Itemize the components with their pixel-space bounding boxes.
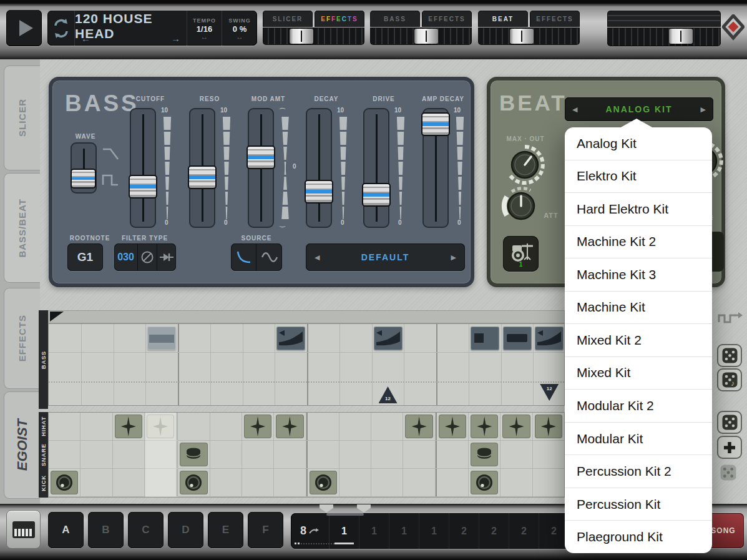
drum-cell[interactable] [403,441,435,468]
bass-note-step-15[interactable] [503,327,532,350]
drum-hit-kick[interactable] [471,471,498,494]
slider-track-drive[interactable] [363,108,389,228]
drum-cell[interactable] [210,413,242,440]
drum-hit-hihat[interactable] [502,415,530,438]
wave-slider-track[interactable] [71,142,97,194]
kit-menu-item[interactable]: Machine Kit 2 [565,225,712,258]
drum-cell[interactable] [113,469,145,496]
pattern-button-e[interactable]: E [208,512,243,548]
kit-menu-item[interactable]: Mixed Kit 2 [565,323,712,356]
rootnote-button[interactable]: G1 [67,243,103,271]
drum-cell[interactable] [403,469,435,496]
kit-menu-item[interactable]: Percussion Kit [565,488,712,521]
drum-hit-kick[interactable] [310,471,337,494]
drum-hit-snare[interactable] [471,443,498,466]
loop-start-handle[interactable] [320,504,333,513]
drum-cell[interactable] [533,441,564,468]
kit-menu-item[interactable]: Analog Kit [565,127,712,160]
bass-step-grid[interactable]: 1212 [48,323,565,406]
drum-cell[interactable] [500,469,532,496]
drum-cell[interactable] [81,413,112,440]
bass-note-step-14[interactable] [471,327,499,350]
drum-cell[interactable] [242,441,274,468]
drum-hit-hihat[interactable] [115,415,142,438]
drum-cell[interactable] [113,441,145,468]
drum-cell[interactable] [145,469,177,496]
drum-cell[interactable] [533,413,564,440]
slider-track-cutoff[interactable] [130,108,156,228]
pattern-button-b[interactable]: B [88,512,124,548]
kit-menu-item[interactable]: Modular Kit [565,422,712,455]
drum-cell[interactable] [436,441,469,468]
pitch-marker-up[interactable]: 12 [379,386,398,403]
kit-prev-arrow-icon[interactable]: ◀ [572,106,577,114]
preset-display[interactable]: 120 HOUSE HEAD ← → [75,11,187,46]
att-knob[interactable] [500,185,542,227]
drum-cell[interactable] [306,413,339,440]
slider-handle[interactable] [188,165,217,189]
master-slider-handle[interactable] [669,29,693,44]
master-slider-track[interactable] [607,27,721,46]
drum-cell[interactable] [145,413,177,440]
drum-cell[interactable] [403,413,435,440]
slider-track-amp-decay[interactable] [422,108,449,228]
loop-end-handle[interactable] [357,504,371,513]
song-slot-1[interactable]: 1 [330,513,359,549]
crossfader-handle[interactable] [510,29,534,44]
drum-hit-hihat[interactable] [244,415,271,438]
slider-handle[interactable] [129,175,157,199]
slider-handle[interactable] [362,183,391,207]
sidebar-tab-effects[interactable]: EFFECTS [4,288,40,389]
preset-next-icon[interactable]: → [171,34,180,43]
kit-menu-item[interactable]: Mixed Kit [565,356,712,390]
song-slot-7[interactable]: 2 [509,513,539,549]
drum-cell[interactable] [274,441,306,468]
crossfader-label-left[interactable]: SLICER [263,11,313,27]
dim-dice-icon[interactable] [720,464,737,481]
slider-track-mod-amt[interactable] [248,108,274,228]
filter-value-button[interactable]: 030 [114,243,138,271]
kit-menu-item[interactable]: Hard Elektro Kit [565,192,712,225]
song-slot-6[interactable]: 2 [479,513,509,549]
crossfader-track[interactable] [263,27,364,45]
kit-menu-item[interactable]: Percussion Kit 2 [565,454,712,488]
bass-automation-strip[interactable] [48,310,565,323]
preset-prev-arrow-icon[interactable]: ◀ [315,253,320,262]
drum-hit-hihat[interactable] [405,415,432,438]
drum-cell[interactable] [371,441,403,468]
sidebar-tab-slicer[interactable]: SLICER [4,66,40,170]
drum-cell[interactable] [113,413,145,440]
kit-next-arrow-icon[interactable]: ▶ [701,106,706,114]
drum-cell[interactable] [371,469,403,496]
drum-cell[interactable] [274,469,306,496]
drum-cell[interactable] [500,413,532,440]
drum-hit-hihat[interactable] [471,415,498,438]
drum-hit-hihat[interactable] [439,415,466,438]
filter-circle-button[interactable] [138,243,157,271]
pattern-button-d[interactable]: D [168,512,203,548]
drum-cell[interactable] [436,413,469,440]
drum-hit-kick[interactable] [51,471,78,494]
kit-selector[interactable]: ◀ ANALOG KIT ▶ [565,97,713,121]
maxout-knob[interactable] [504,144,545,185]
pattern-button-f[interactable]: F [248,512,283,548]
pitch-marker-down[interactable]: 12 [540,384,559,401]
drum-cell[interactable] [533,469,564,496]
bass-note-step-11[interactable] [374,327,403,350]
bass-note-step-16[interactable] [535,327,564,350]
drum-cell[interactable] [81,469,112,496]
keyboard-button[interactable] [6,510,41,549]
pattern-button-a[interactable]: A [48,512,84,548]
kit-menu-item[interactable]: Machine Kit [565,291,712,324]
drum-cell[interactable] [177,413,210,440]
drum-cell[interactable] [49,413,81,440]
drum-cell[interactable] [339,469,371,496]
drum-cell[interactable] [145,441,177,468]
source-decay-button[interactable] [231,243,256,271]
drum-hit-snare[interactable] [180,443,207,466]
drum-cell[interactable] [436,469,469,496]
loop-start-flag-icon[interactable] [50,312,64,322]
crossfader-track[interactable] [478,27,580,45]
drum-cell[interactable] [49,441,81,468]
crossfader-label-right[interactable]: EFFECTS [422,11,472,27]
